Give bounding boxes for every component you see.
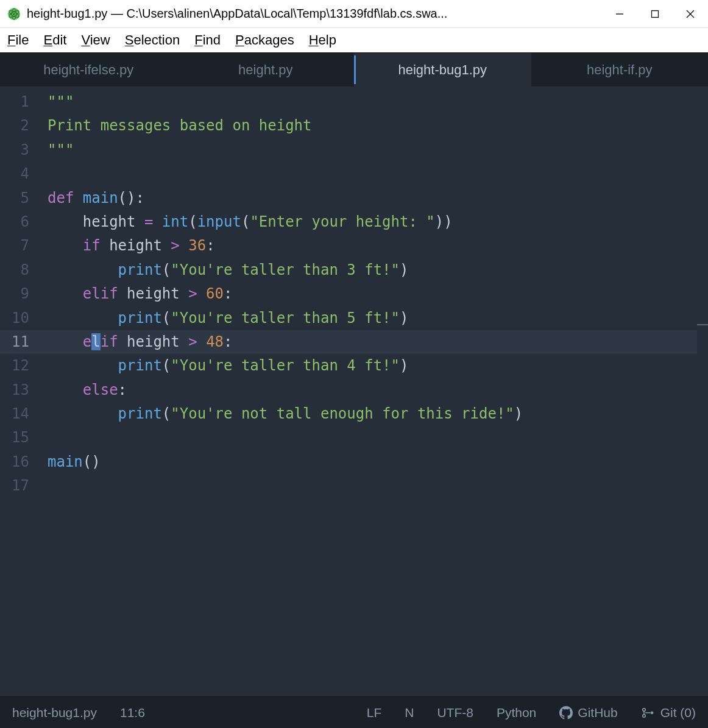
code-line[interactable]: Print messages based on height	[38, 114, 697, 138]
atom-app-icon	[7, 7, 21, 21]
code-line[interactable]: print("You're taller than 3 ft!")	[38, 258, 697, 282]
code-area[interactable]: """Print messages based on height"""def …	[38, 87, 697, 696]
code-line[interactable]: elif height > 60:	[38, 282, 697, 306]
code-line[interactable]: height = int(input("Enter your height: "…	[38, 210, 697, 234]
close-button[interactable]	[673, 0, 708, 28]
line-number[interactable]: 9	[0, 282, 38, 306]
maximize-button[interactable]	[637, 0, 673, 28]
line-number[interactable]: 4	[0, 162, 38, 186]
line-number[interactable]: 12	[0, 354, 38, 378]
menu-packages[interactable]: Packages	[235, 32, 294, 48]
svg-point-11	[650, 711, 653, 714]
code-line[interactable]	[38, 474, 697, 498]
statusbar: height-bug1.py 11:6 LF N UTF-8 Python Gi…	[0, 696, 708, 728]
svg-point-4	[13, 13, 15, 15]
line-number[interactable]: 7	[0, 234, 38, 258]
svg-point-10	[642, 714, 645, 717]
status-n[interactable]: N	[405, 705, 414, 720]
line-number[interactable]: 6	[0, 210, 38, 234]
line-number[interactable]: 17	[0, 474, 38, 498]
code-line[interactable]: else:	[38, 378, 697, 402]
code-line[interactable]: if height > 36:	[38, 234, 697, 258]
line-number[interactable]: 10	[0, 306, 38, 330]
code-line[interactable]: print("You're taller than 4 ft!")	[38, 354, 697, 378]
status-github[interactable]: GitHub	[559, 705, 617, 720]
status-encoding[interactable]: UTF-8	[437, 705, 473, 720]
menu-file[interactable]: File	[7, 32, 29, 48]
menu-selection[interactable]: Selection	[125, 32, 180, 48]
status-line-ending[interactable]: LF	[367, 705, 382, 720]
status-git[interactable]: Git (0)	[641, 705, 696, 720]
menubar: File Edit View Selection Find Packages H…	[0, 28, 708, 52]
code-line[interactable]: """	[38, 138, 697, 162]
window-controls	[602, 0, 708, 27]
code-line[interactable]: main()	[38, 450, 697, 474]
scrollbar[interactable]	[697, 87, 708, 696]
tab-height-py[interactable]: height.py	[177, 53, 355, 87]
code-line[interactable]: print("You're not tall enough for this r…	[38, 402, 697, 426]
line-number[interactable]: 8	[0, 258, 38, 282]
tab-height-bug1-py[interactable]: height-bug1.py	[354, 53, 531, 87]
code-line[interactable]: print("You're taller than 5 ft!")	[38, 306, 697, 330]
svg-point-9	[642, 708, 645, 711]
tab-height-ifelse-py[interactable]: height-ifelse.py	[0, 53, 177, 87]
code-line[interactable]: elif height > 48:	[38, 330, 697, 354]
line-number[interactable]: 1	[0, 90, 38, 114]
tab-height-if-py[interactable]: height-if.py	[531, 53, 709, 87]
line-number[interactable]: 15	[0, 426, 38, 450]
editor[interactable]: 1234567891011121314151617 """Print messa…	[0, 87, 708, 696]
minimize-button[interactable]	[602, 0, 637, 28]
code-line[interactable]	[38, 426, 697, 450]
status-cursor-position[interactable]: 11:6	[120, 705, 145, 720]
line-number[interactable]: 2	[0, 114, 38, 138]
line-number[interactable]: 5	[0, 186, 38, 210]
titlebar: height-bug1.py — C:\Users\alinen\AppData…	[0, 0, 708, 28]
menu-help[interactable]: Help	[309, 32, 336, 48]
github-icon	[559, 706, 573, 719]
status-filename[interactable]: height-bug1.py	[12, 705, 97, 720]
menu-edit[interactable]: Edit	[43, 32, 66, 48]
window-title: height-bug1.py — C:\Users\alinen\AppData…	[27, 7, 602, 21]
line-number[interactable]: 14	[0, 402, 38, 426]
line-number[interactable]: 13	[0, 378, 38, 402]
menu-view[interactable]: View	[81, 32, 110, 48]
line-number[interactable]: 3	[0, 138, 38, 162]
line-number[interactable]: 16	[0, 450, 38, 474]
code-line[interactable]: """	[38, 90, 697, 114]
svg-rect-6	[652, 10, 659, 17]
git-branch-icon	[641, 707, 656, 718]
menu-find[interactable]: Find	[194, 32, 221, 48]
status-language[interactable]: Python	[497, 705, 536, 720]
tabbar: height-ifelse.pyheight.pyheight-bug1.pyh…	[0, 52, 708, 87]
code-line[interactable]: def main():	[38, 186, 697, 210]
line-number-gutter: 1234567891011121314151617	[0, 87, 38, 696]
line-number[interactable]: 11	[0, 330, 38, 354]
code-line[interactable]	[38, 162, 697, 186]
